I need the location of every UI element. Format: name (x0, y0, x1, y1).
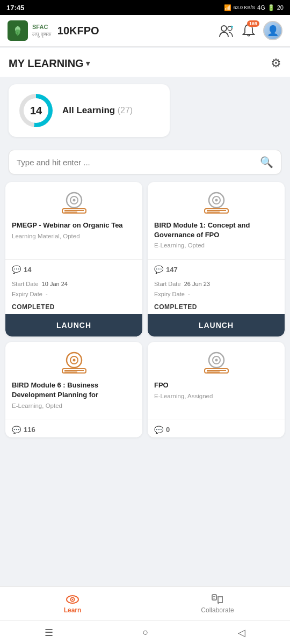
search-input[interactable] (17, 158, 260, 167)
start-date-2: 26 Jun 23 (184, 281, 210, 287)
learning-info: All Learning (27) (62, 105, 133, 116)
android-home-button[interactable]: ○ (143, 627, 149, 638)
course-card-2: BIRD Module 1: Concept and Governance of… (148, 182, 285, 336)
app-name: 10KFPO (57, 25, 99, 37)
section-header: MY LEARNING ▾ ⚙ (0, 48, 290, 77)
start-label-1: Start Date (12, 281, 39, 287)
course-meta-3: E-Learning, Opted (12, 402, 136, 409)
header-left: SFAC लघु कृषक 10KFPO (8, 20, 99, 41)
comment-count-4: 0 (166, 426, 170, 434)
status-bar: 17:45 📶 63.0 KB/S 4G 🔋 20 (0, 0, 290, 15)
course-meta-2: E-Learning, Opted (154, 242, 278, 248)
course-card-2-body: BIRD Module 1: Concept and Governance of… (148, 182, 285, 257)
time-display: 17:45 (6, 4, 24, 12)
notification-badge: 169 (247, 20, 259, 27)
course-card-4-body: FPO E-Learning, Assigned (148, 342, 285, 417)
android-navigation: ☰ ○ ◁ (0, 620, 290, 644)
comment-icon-1: 💬 (12, 265, 21, 274)
status-badge-1: COMPLETED (5, 302, 142, 314)
collaborate-icon (211, 593, 224, 605)
course-stats-4: 💬 0 (148, 422, 285, 437)
nav-learn[interactable]: Learn (0, 587, 145, 620)
comment-icon-4: 💬 (154, 426, 163, 434)
course-card-4: FPO E-Learning, Assigned 💬 0 (148, 342, 285, 437)
comment-count-3: 116 (24, 426, 35, 434)
comment-count-2: 147 (166, 266, 178, 274)
course-icon-2 (154, 189, 278, 215)
course-title-2: BIRD Module 1: Concept and Governance of… (154, 221, 278, 239)
learning-count: (27) (118, 106, 133, 115)
learn-icon (66, 593, 79, 605)
course-title-4: FPO (154, 380, 278, 390)
course-card-1: PMEGP - Webinar on Organic Tea Learning … (5, 182, 142, 336)
users-icon-button[interactable] (218, 23, 234, 38)
svg-point-29 (72, 599, 73, 600)
launch-button-2[interactable]: LAUNCH (148, 314, 285, 336)
course-icon-1 (12, 189, 136, 215)
course-meta-1: Learning Material, Opted (12, 233, 136, 239)
org-full: लघु कृषक (32, 31, 51, 38)
bottom-navigation: Learn Collaborate (0, 586, 290, 620)
course-dates-1: Start Date 10 Jan 24 Expiry Date - (5, 277, 142, 302)
comment-icon-2: 💬 (154, 265, 163, 274)
header-right: 169 👤 (218, 21, 282, 40)
comment-count-1: 14 (24, 266, 31, 274)
filter-icon-button[interactable]: ⚙ (271, 56, 281, 70)
course-grid: PMEGP - Webinar on Organic Tea Learning … (0, 182, 290, 443)
learning-summary: 14 All Learning (27) (0, 77, 290, 144)
section-title[interactable]: MY LEARNING ▾ (9, 57, 90, 70)
svg-point-5 (73, 199, 75, 202)
svg-point-2 (228, 26, 232, 31)
sfac-logo (8, 20, 28, 41)
avatar-icon: 👤 (267, 25, 279, 36)
svg-point-23 (215, 359, 218, 362)
svg-rect-30 (212, 595, 216, 600)
expiry-label-1: Expiry Date (12, 291, 42, 297)
svg-rect-31 (213, 596, 215, 597)
expiry-date-2: - (188, 291, 190, 297)
progress-circle: 14 (19, 94, 53, 127)
search-button[interactable]: 🔍 (260, 156, 273, 169)
org-info: SFAC लघु कृषक (32, 24, 51, 37)
course-icon-4 (154, 349, 278, 375)
nav-learn-label: Learn (64, 606, 82, 614)
nav-collaborate-label: Collaborate (201, 606, 234, 614)
course-card-3-body: BIRD Module 6 : Business Development Pla… (5, 342, 142, 417)
wifi-icon: 📶 (224, 4, 231, 11)
start-label-2: Start Date (154, 281, 181, 287)
learning-label: All Learning (62, 105, 115, 115)
launch-button-1[interactable]: LAUNCH (5, 314, 142, 336)
search-box: 🔍 (9, 150, 281, 174)
svg-point-1 (221, 26, 227, 31)
course-stats-2: 💬 147 (148, 262, 285, 277)
signal-icon: 4G (257, 4, 265, 11)
chevron-down-icon: ▾ (86, 59, 90, 68)
course-card-3: BIRD Module 6 : Business Development Pla… (5, 342, 142, 437)
expiry-date-1: - (46, 291, 48, 297)
course-icon-3 (12, 349, 136, 375)
comment-icon-3: 💬 (12, 426, 21, 434)
progress-number: 14 (24, 98, 48, 123)
org-short: SFAC (32, 24, 51, 31)
network-speed: 63.0 KB/S (234, 5, 256, 10)
user-avatar-button[interactable]: 👤 (263, 21, 282, 40)
android-back-button[interactable]: ◁ (238, 627, 245, 639)
svg-rect-32 (213, 598, 215, 598)
course-card-1-body: PMEGP - Webinar on Organic Tea Learning … (5, 182, 142, 257)
battery-level: 20 (277, 4, 284, 11)
battery-icon: 🔋 (267, 4, 275, 11)
svg-point-11 (215, 199, 218, 202)
all-learning-card[interactable]: 14 All Learning (27) (9, 84, 170, 137)
course-title-1: PMEGP - Webinar on Organic Tea (12, 221, 136, 230)
notification-bell-button[interactable]: 169 (242, 23, 256, 38)
course-stats-3: 💬 116 (5, 422, 142, 437)
start-date-1: 10 Jan 24 (42, 281, 68, 287)
nav-collaborate[interactable]: Collaborate (145, 587, 290, 620)
course-dates-2: Start Date 26 Jun 23 Expiry Date - (148, 277, 285, 302)
course-meta-4: E-Learning, Assigned (154, 393, 278, 399)
status-icons: 📶 63.0 KB/S 4G 🔋 20 (224, 4, 284, 11)
android-menu-button[interactable]: ☰ (45, 627, 53, 639)
expiry-label-2: Expiry Date (154, 291, 185, 297)
course-title-3: BIRD Module 6 : Business Development Pla… (12, 380, 136, 399)
svg-point-17 (73, 359, 75, 362)
